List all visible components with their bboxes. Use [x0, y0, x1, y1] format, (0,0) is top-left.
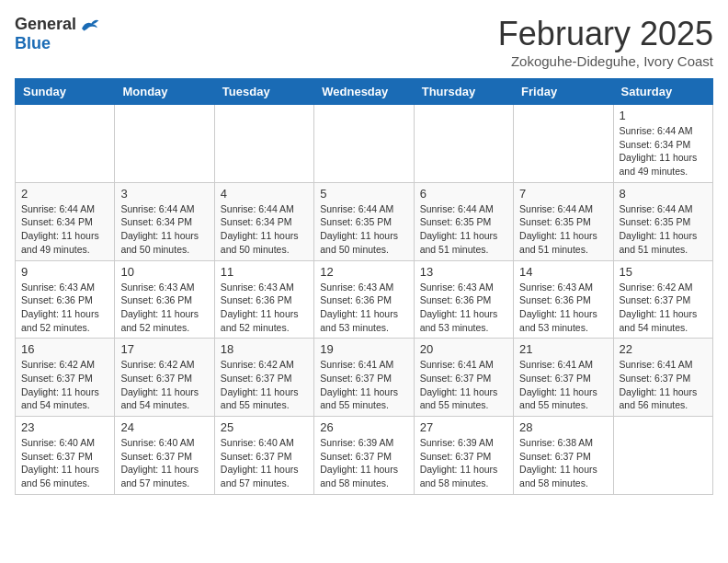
- month-title: February 2025: [498, 15, 713, 53]
- day-info: Sunrise: 6:44 AM Sunset: 6:35 PM Dayligh…: [519, 202, 607, 257]
- calendar-cell: 16Sunrise: 6:42 AM Sunset: 6:37 PM Dayli…: [16, 339, 115, 417]
- day-info: Sunrise: 6:43 AM Sunset: 6:36 PM Dayligh…: [221, 281, 308, 335]
- calendar-cell: 17Sunrise: 6:42 AM Sunset: 6:37 PM Dayli…: [115, 339, 214, 417]
- day-info: Sunrise: 6:44 AM Sunset: 6:34 PM Dayligh…: [120, 202, 208, 257]
- logo-blue-text: Blue: [15, 34, 51, 53]
- calendar-cell: 8Sunrise: 6:44 AM Sunset: 6:35 PM Daylig…: [613, 182, 712, 260]
- calendar-cell: 2Sunrise: 6:44 AM Sunset: 6:34 PM Daylig…: [16, 182, 115, 260]
- day-number: 5: [320, 187, 407, 201]
- day-info: Sunrise: 6:44 AM Sunset: 6:34 PM Dayligh…: [221, 202, 308, 257]
- calendar-cell: [414, 105, 513, 183]
- day-info: Sunrise: 6:43 AM Sunset: 6:36 PM Dayligh…: [21, 281, 108, 335]
- day-info: Sunrise: 6:41 AM Sunset: 6:37 PM Dayligh…: [420, 358, 507, 412]
- calendar-cell: 28Sunrise: 6:38 AM Sunset: 6:37 PM Dayli…: [514, 417, 613, 495]
- day-number: 3: [120, 187, 208, 201]
- calendar-week-3: 9Sunrise: 6:43 AM Sunset: 6:36 PM Daylig…: [16, 260, 713, 339]
- weekday-header-wednesday: Wednesday: [314, 79, 414, 105]
- day-number: 18: [221, 342, 308, 356]
- day-info: Sunrise: 6:40 AM Sunset: 6:37 PM Dayligh…: [21, 436, 108, 490]
- calendar-week-5: 23Sunrise: 6:40 AM Sunset: 6:37 PM Dayli…: [16, 417, 713, 495]
- day-number: 11: [221, 265, 308, 279]
- calendar-cell: 5Sunrise: 6:44 AM Sunset: 6:35 PM Daylig…: [314, 182, 414, 260]
- day-number: 27: [420, 420, 507, 434]
- calendar-cell: 3Sunrise: 6:44 AM Sunset: 6:34 PM Daylig…: [115, 182, 214, 260]
- day-info: Sunrise: 6:44 AM Sunset: 6:35 PM Dayligh…: [620, 202, 707, 257]
- calendar-cell: 12Sunrise: 6:43 AM Sunset: 6:36 PM Dayli…: [314, 260, 414, 339]
- day-number: 26: [320, 420, 407, 434]
- calendar-week-2: 2Sunrise: 6:44 AM Sunset: 6:34 PM Daylig…: [16, 182, 713, 260]
- day-number: 8: [620, 187, 707, 201]
- day-info: Sunrise: 6:43 AM Sunset: 6:36 PM Dayligh…: [519, 281, 607, 335]
- day-number: 4: [221, 187, 308, 201]
- calendar-cell: 11Sunrise: 6:43 AM Sunset: 6:36 PM Dayli…: [214, 260, 313, 339]
- logo-general-text: General: [15, 15, 76, 34]
- calendar-cell: 1Sunrise: 6:44 AM Sunset: 6:34 PM Daylig…: [613, 105, 712, 183]
- logo-bird-icon: [78, 16, 100, 34]
- calendar-cell: 15Sunrise: 6:42 AM Sunset: 6:37 PM Dayli…: [613, 260, 712, 339]
- day-info: Sunrise: 6:43 AM Sunset: 6:36 PM Dayligh…: [120, 281, 208, 335]
- weekday-header-saturday: Saturday: [613, 79, 712, 105]
- calendar-cell: 9Sunrise: 6:43 AM Sunset: 6:36 PM Daylig…: [16, 260, 115, 339]
- calendar-cell: [214, 105, 313, 183]
- weekday-header-row: SundayMondayTuesdayWednesdayThursdayFrid…: [16, 79, 713, 105]
- day-number: 10: [120, 265, 208, 279]
- calendar-cell: 20Sunrise: 6:41 AM Sunset: 6:37 PM Dayli…: [414, 339, 513, 417]
- day-info: Sunrise: 6:42 AM Sunset: 6:37 PM Dayligh…: [120, 358, 208, 412]
- day-info: Sunrise: 6:42 AM Sunset: 6:37 PM Dayligh…: [620, 281, 707, 335]
- calendar-cell: 26Sunrise: 6:39 AM Sunset: 6:37 PM Dayli…: [314, 417, 414, 495]
- calendar-cell: 4Sunrise: 6:44 AM Sunset: 6:34 PM Daylig…: [214, 182, 313, 260]
- calendar-cell: 14Sunrise: 6:43 AM Sunset: 6:36 PM Dayli…: [514, 260, 613, 339]
- calendar-cell: 7Sunrise: 6:44 AM Sunset: 6:35 PM Daylig…: [514, 182, 613, 260]
- calendar-cell: 23Sunrise: 6:40 AM Sunset: 6:37 PM Dayli…: [16, 417, 115, 495]
- day-info: Sunrise: 6:39 AM Sunset: 6:37 PM Dayligh…: [320, 436, 407, 490]
- weekday-header-sunday: Sunday: [16, 79, 115, 105]
- day-info: Sunrise: 6:42 AM Sunset: 6:37 PM Dayligh…: [221, 358, 308, 412]
- day-number: 15: [620, 265, 707, 279]
- day-info: Sunrise: 6:44 AM Sunset: 6:35 PM Dayligh…: [420, 202, 507, 257]
- day-number: 9: [21, 265, 108, 279]
- day-number: 17: [120, 342, 208, 356]
- calendar-cell: 19Sunrise: 6:41 AM Sunset: 6:37 PM Dayli…: [314, 339, 414, 417]
- day-info: Sunrise: 6:44 AM Sunset: 6:34 PM Dayligh…: [21, 202, 108, 257]
- day-info: Sunrise: 6:39 AM Sunset: 6:37 PM Dayligh…: [420, 436, 507, 490]
- day-number: 12: [320, 265, 407, 279]
- calendar-cell: [514, 105, 613, 183]
- day-number: 25: [221, 420, 308, 434]
- day-info: Sunrise: 6:41 AM Sunset: 6:37 PM Dayligh…: [620, 358, 707, 412]
- day-number: 13: [420, 265, 507, 279]
- day-number: 28: [519, 420, 607, 434]
- day-number: 20: [420, 342, 507, 356]
- calendar-week-1: 1Sunrise: 6:44 AM Sunset: 6:34 PM Daylig…: [16, 105, 713, 183]
- day-info: Sunrise: 6:40 AM Sunset: 6:37 PM Dayligh…: [120, 436, 208, 490]
- day-number: 7: [519, 187, 607, 201]
- day-info: Sunrise: 6:44 AM Sunset: 6:34 PM Dayligh…: [620, 124, 707, 178]
- calendar-cell: 18Sunrise: 6:42 AM Sunset: 6:37 PM Dayli…: [214, 339, 313, 417]
- location-subtitle: Zokoguhe-Dideguhe, Ivory Coast: [498, 53, 713, 69]
- day-number: 16: [21, 342, 108, 356]
- day-number: 6: [420, 187, 507, 201]
- day-info: Sunrise: 6:38 AM Sunset: 6:37 PM Dayligh…: [519, 436, 607, 490]
- day-number: 14: [519, 265, 607, 279]
- day-info: Sunrise: 6:41 AM Sunset: 6:37 PM Dayligh…: [519, 358, 607, 412]
- day-info: Sunrise: 6:44 AM Sunset: 6:35 PM Dayligh…: [320, 202, 407, 257]
- calendar-cell: 10Sunrise: 6:43 AM Sunset: 6:36 PM Dayli…: [115, 260, 214, 339]
- calendar-cell: [314, 105, 414, 183]
- day-info: Sunrise: 6:42 AM Sunset: 6:37 PM Dayligh…: [21, 358, 108, 412]
- day-info: Sunrise: 6:43 AM Sunset: 6:36 PM Dayligh…: [420, 281, 507, 335]
- calendar-week-4: 16Sunrise: 6:42 AM Sunset: 6:37 PM Dayli…: [16, 339, 713, 417]
- calendar-cell: 27Sunrise: 6:39 AM Sunset: 6:37 PM Dayli…: [414, 417, 513, 495]
- calendar-table: SundayMondayTuesdayWednesdayThursdayFrid…: [15, 78, 713, 495]
- weekday-header-tuesday: Tuesday: [214, 79, 313, 105]
- calendar-cell: 13Sunrise: 6:43 AM Sunset: 6:36 PM Dayli…: [414, 260, 513, 339]
- day-info: Sunrise: 6:41 AM Sunset: 6:37 PM Dayligh…: [320, 358, 407, 412]
- weekday-header-thursday: Thursday: [414, 79, 513, 105]
- page-header: General Blue February 2025 Zokoguhe-Dide…: [15, 15, 713, 69]
- calendar-cell: [115, 105, 214, 183]
- calendar-cell: 25Sunrise: 6:40 AM Sunset: 6:37 PM Dayli…: [214, 417, 313, 495]
- calendar-cell: 22Sunrise: 6:41 AM Sunset: 6:37 PM Dayli…: [613, 339, 712, 417]
- calendar-cell: 21Sunrise: 6:41 AM Sunset: 6:37 PM Dayli…: [514, 339, 613, 417]
- calendar-cell: [613, 417, 712, 495]
- day-number: 22: [620, 342, 707, 356]
- calendar-cell: 6Sunrise: 6:44 AM Sunset: 6:35 PM Daylig…: [414, 182, 513, 260]
- day-number: 1: [620, 109, 707, 122]
